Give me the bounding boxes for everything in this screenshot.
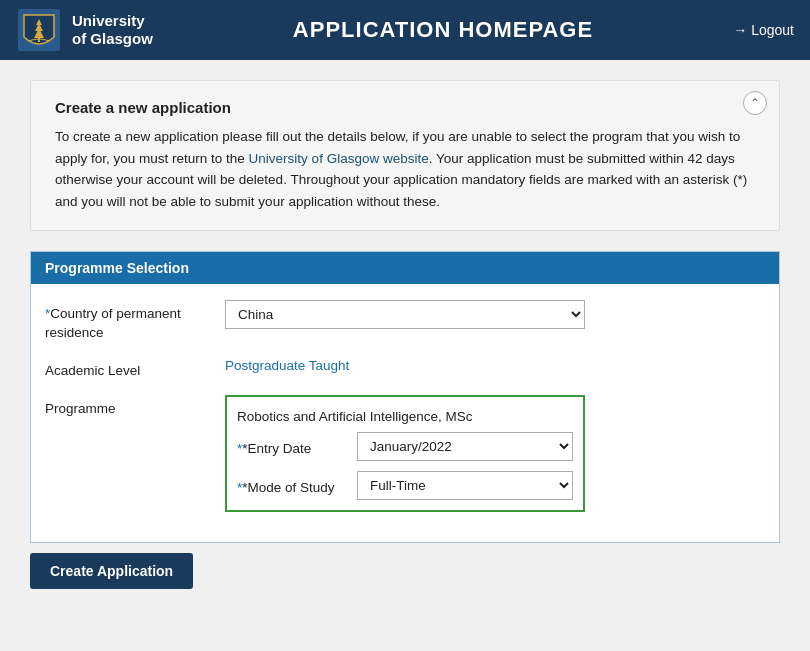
university-name-text: University of Glasgow — [72, 12, 153, 48]
country-row: *Country of permanent residence China Un… — [45, 300, 765, 343]
programme-row: Programme Robotics and Artificial Intell… — [45, 395, 765, 512]
page-header: University of Glasgow APPLICATION HOMEPA… — [0, 0, 810, 60]
academic-level-label: Academic Level — [45, 357, 225, 381]
info-title: Create a new application — [55, 99, 755, 116]
glasgow-website-link[interactable]: University of Glasgow website — [249, 151, 429, 166]
main-content: ⌃ Create a new application To create a n… — [0, 60, 810, 609]
programme-value: Robotics and Artificial Intelligence, MS… — [237, 407, 573, 432]
country-control[interactable]: China United Kingdom United States India… — [225, 300, 585, 329]
section-title: Programme Selection — [45, 260, 189, 276]
mode-select[interactable]: Full-Time Part-Time — [357, 471, 573, 500]
info-box: ⌃ Create a new application To create a n… — [30, 80, 780, 231]
info-paragraph: To create a new application please fill … — [55, 126, 755, 212]
academic-level-value: Postgraduate Taught — [225, 357, 585, 373]
academic-level-row: Academic Level Postgraduate Taught — [45, 357, 765, 381]
programme-label: Programme — [45, 395, 225, 419]
mode-label: **Mode of Study — [237, 476, 357, 495]
programme-group: Robotics and Artificial Intelligence, MS… — [225, 395, 585, 512]
entry-date-control[interactable]: January/2022 September/2022 January/2023 — [357, 432, 573, 461]
entry-date-sub-row: **Entry Date January/2022 September/2022… — [237, 432, 573, 461]
mode-control[interactable]: Full-Time Part-Time — [357, 471, 573, 500]
logout-button[interactable]: → Logout — [733, 22, 794, 38]
entry-date-select[interactable]: January/2022 September/2022 January/2023 — [357, 432, 573, 461]
create-application-button[interactable]: Create Application — [30, 553, 193, 589]
section-header: Programme Selection — [31, 252, 779, 284]
country-label: *Country of permanent residence — [45, 300, 225, 343]
university-logo: University of Glasgow — [16, 7, 153, 53]
logout-arrow-icon: → — [733, 22, 747, 38]
collapse-button[interactable]: ⌃ — [743, 91, 767, 115]
chevron-up-icon: ⌃ — [750, 96, 760, 110]
page-title: APPLICATION HOMEPAGE — [153, 17, 733, 43]
section-body: *Country of permanent residence China Un… — [31, 284, 779, 542]
entry-date-label: **Entry Date — [237, 437, 357, 456]
programme-selection-section: Programme Selection *Country of permanen… — [30, 251, 780, 543]
crest-icon — [16, 7, 62, 53]
mode-sub-row: **Mode of Study Full-Time Part-Time — [237, 471, 573, 500]
country-select[interactable]: China United Kingdom United States India… — [225, 300, 585, 329]
logout-label: Logout — [751, 22, 794, 38]
